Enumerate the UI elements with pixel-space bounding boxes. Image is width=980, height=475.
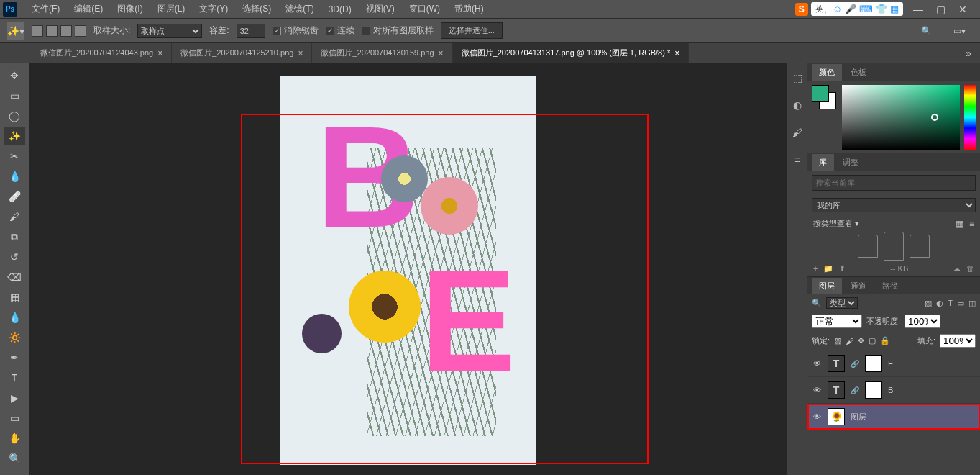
tab-layers[interactable]: 图层 bbox=[812, 278, 842, 294]
dock-swatches-icon[interactable]: ≡ bbox=[790, 153, 805, 167]
library-view-mode[interactable]: 按类型查看 ▾ bbox=[813, 218, 859, 229]
layer-mask-thumb[interactable] bbox=[865, 355, 882, 372]
menu-view[interactable]: 视图(V) bbox=[359, 3, 402, 15]
dock-properties-icon[interactable]: ⬚ bbox=[790, 71, 805, 85]
blur-tool[interactable]: 💧 bbox=[4, 308, 25, 327]
healing-brush-tool[interactable]: 🩹 bbox=[4, 187, 25, 206]
history-brush-tool[interactable]: ↺ bbox=[4, 248, 25, 266]
tab-libraries[interactable]: 库 bbox=[812, 154, 834, 171]
tab-overflow-icon[interactable]: » bbox=[957, 48, 980, 59]
pen-tool[interactable]: ✒ bbox=[4, 348, 25, 367]
layer-thumbnail[interactable]: 🌻 bbox=[828, 408, 845, 425]
zoom-tool[interactable]: 🔍 bbox=[4, 449, 25, 468]
dock-brushes-icon[interactable]: 🖌 bbox=[790, 125, 805, 140]
layer-item-e[interactable]: 👁 T 🔗 E bbox=[807, 350, 980, 377]
fill-select[interactable]: 100% bbox=[940, 334, 976, 348]
close-icon[interactable]: × bbox=[674, 48, 679, 58]
lasso-tool[interactable]: ◯ bbox=[4, 107, 25, 125]
all-layers-checkbox[interactable]: 对所有图层取样 bbox=[362, 24, 434, 37]
window-maximize-icon[interactable]: ▢ bbox=[936, 4, 945, 15]
color-field[interactable] bbox=[842, 85, 960, 150]
layer-name[interactable]: E bbox=[888, 359, 893, 368]
visibility-toggle-icon[interactable]: 👁 bbox=[812, 412, 822, 421]
close-icon[interactable]: × bbox=[157, 48, 162, 58]
layer-item-image[interactable]: 👁 🌻 图层 bbox=[807, 404, 980, 430]
layer-item-b[interactable]: 👁 T 🔗 B bbox=[807, 377, 980, 404]
grid-view-icon[interactable]: ▦ bbox=[956, 219, 963, 229]
menu-help[interactable]: 帮助(H) bbox=[447, 3, 491, 15]
hand-tool[interactable]: ✋ bbox=[4, 429, 25, 448]
move-tool[interactable]: ✥ bbox=[4, 66, 25, 85]
canvas-area[interactable]: B E bbox=[29, 63, 787, 475]
visibility-toggle-icon[interactable]: 👁 bbox=[812, 386, 822, 394]
doc-tab-1[interactable]: 微信图片_20200704124043.png× bbox=[32, 43, 172, 63]
opacity-select[interactable]: 100% bbox=[905, 315, 940, 328]
layer-filter-select[interactable]: 类型 bbox=[826, 297, 858, 309]
lock-brush-icon[interactable]: 🖌 bbox=[846, 337, 853, 345]
selection-new-icon[interactable] bbox=[32, 25, 43, 37]
ime-sogou-icon[interactable]: S bbox=[795, 3, 808, 16]
tab-swatches[interactable]: 色板 bbox=[843, 64, 874, 81]
library-select[interactable]: 我的库 bbox=[812, 198, 976, 212]
marquee-tool[interactable]: ▭ bbox=[4, 86, 25, 105]
menu-image[interactable]: 图像(I) bbox=[110, 3, 150, 15]
ime-language-badge[interactable]: 英, ☺ 🎤 ⌨ 👕 ▦ bbox=[811, 2, 903, 16]
doc-tab-2[interactable]: 微信图片_20200704125210.png× bbox=[172, 43, 312, 63]
menu-filter[interactable]: 滤镜(T) bbox=[278, 3, 321, 15]
layer-mask-thumb[interactable] bbox=[865, 381, 882, 399]
menu-type[interactable]: 文字(Y) bbox=[192, 3, 235, 15]
path-selection-tool[interactable]: ▶ bbox=[4, 389, 25, 407]
selection-intersect-icon[interactable] bbox=[75, 25, 86, 37]
upload-icon[interactable]: ⬆ bbox=[839, 264, 846, 273]
antialias-checkbox[interactable]: 消除锯齿 bbox=[273, 24, 319, 37]
menu-file[interactable]: 文件(F) bbox=[24, 3, 67, 15]
menu-3d[interactable]: 3D(D) bbox=[321, 4, 359, 14]
magic-wand-tool[interactable]: ✨ bbox=[4, 127, 25, 145]
filter-adjust-icon[interactable]: ◐ bbox=[936, 299, 943, 308]
doc-tab-3[interactable]: 微信图片_20200704130159.png× bbox=[312, 43, 452, 63]
menu-edit[interactable]: 编辑(E) bbox=[67, 3, 110, 15]
visibility-toggle-icon[interactable]: 👁 bbox=[812, 359, 822, 368]
brush-tool[interactable]: 🖌 bbox=[4, 207, 25, 226]
list-view-icon[interactable]: ≡ bbox=[969, 219, 974, 229]
filter-smart-icon[interactable]: ◫ bbox=[968, 299, 976, 308]
rectangle-tool[interactable]: ▭ bbox=[4, 409, 25, 428]
selection-subtract-icon[interactable] bbox=[60, 25, 72, 37]
layer-name[interactable]: 图层 bbox=[851, 412, 866, 422]
close-icon[interactable]: × bbox=[298, 48, 303, 58]
eraser-tool[interactable]: ⌫ bbox=[4, 268, 25, 286]
tool-preset-picker[interactable]: ✨▾ bbox=[7, 22, 24, 40]
clone-stamp-tool[interactable]: ⧉ bbox=[4, 227, 25, 246]
tab-paths[interactable]: 路径 bbox=[875, 278, 905, 294]
window-close-icon[interactable]: ✕ bbox=[958, 4, 967, 15]
crop-tool[interactable]: ✂ bbox=[4, 147, 25, 166]
menu-select[interactable]: 选择(S) bbox=[235, 3, 278, 15]
add-to-library-icon[interactable]: + bbox=[813, 264, 818, 273]
dock-adjustments-icon[interactable]: ◐ bbox=[790, 98, 805, 112]
menu-window[interactable]: 窗口(W) bbox=[402, 3, 447, 15]
library-search-input[interactable] bbox=[812, 175, 976, 191]
hue-slider[interactable] bbox=[964, 85, 976, 150]
filter-type-icon[interactable]: T bbox=[948, 299, 953, 308]
window-minimize-icon[interactable]: ― bbox=[913, 4, 923, 15]
gradient-tool[interactable]: ▦ bbox=[4, 288, 25, 307]
tolerance-input[interactable] bbox=[237, 24, 265, 38]
lock-all-icon[interactable]: 🔒 bbox=[880, 336, 890, 345]
trash-icon[interactable]: 🗑 bbox=[966, 264, 974, 273]
select-and-mask-button[interactable]: 选择并遮住... bbox=[441, 22, 503, 39]
filter-image-icon[interactable]: ▨ bbox=[925, 299, 932, 308]
dodge-tool[interactable]: 🔆 bbox=[4, 328, 25, 347]
menu-layer[interactable]: 图层(L) bbox=[150, 3, 193, 15]
contiguous-checkbox[interactable]: 连续 bbox=[326, 24, 354, 37]
cloud-icon[interactable]: ☁ bbox=[953, 264, 961, 273]
workspace-switcher-icon[interactable]: ▭▾ bbox=[946, 26, 973, 36]
lock-position-icon[interactable]: ✥ bbox=[858, 336, 864, 345]
tab-color[interactable]: 颜色 bbox=[812, 64, 842, 81]
layer-name[interactable]: B bbox=[888, 386, 893, 394]
foreground-color-swatch[interactable] bbox=[812, 85, 829, 102]
type-tool[interactable]: T bbox=[4, 368, 25, 387]
eyedropper-tool[interactable]: 💧 bbox=[4, 167, 25, 186]
search-icon[interactable]: 🔍 bbox=[914, 26, 939, 36]
lock-pixels-icon[interactable]: ▨ bbox=[834, 336, 841, 345]
tab-adjustments[interactable]: 调整 bbox=[835, 154, 866, 171]
